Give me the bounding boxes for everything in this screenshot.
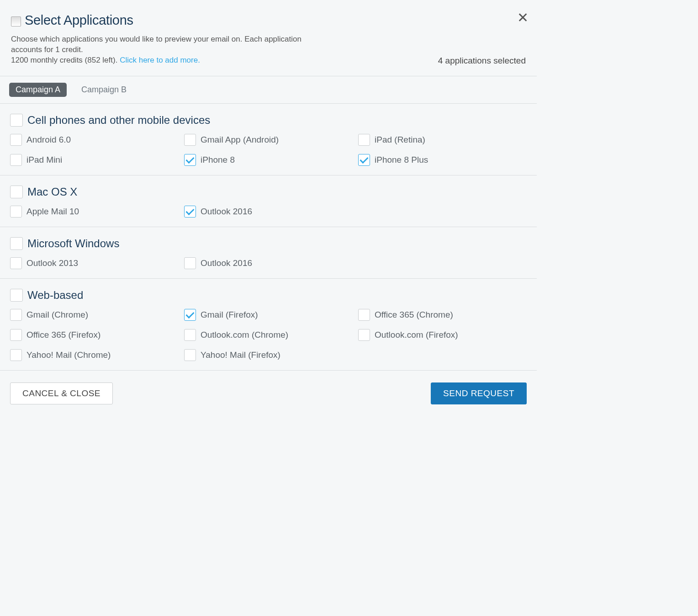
application-item: Outlook 2016 [184,257,353,269]
group-header: Microsoft Windows [10,237,527,250]
application-item: Gmail App (Android) [184,134,353,146]
application-item: iPad (Retina) [358,134,527,146]
tab-campaign-b[interactable]: Campaign B [75,83,133,97]
group-header: Cell phones and other mobile devices [10,114,527,127]
application-checkbox[interactable] [358,309,370,321]
group-items: Apple Mail 10Outlook 2016 [10,206,527,218]
group-title: Microsoft Windows [27,238,119,249]
application-label: iPad Mini [26,155,62,165]
applications-icon [11,16,21,27]
application-checkbox[interactable] [10,309,22,321]
tab-campaign-a[interactable]: Campaign A [9,83,67,97]
application-item: iPhone 8 [184,154,353,166]
modal-header: ✕ Select Applications Choose which appli… [0,0,537,76]
title-row: Select Applications [11,13,526,28]
group-checkbox[interactable] [10,237,23,250]
application-groups: Cell phones and other mobile devicesAndr… [0,104,537,371]
group-header: Web-based [10,289,527,302]
application-item: Office 365 (Chrome) [358,309,527,321]
application-checkbox[interactable] [184,309,196,321]
application-checkbox[interactable] [10,257,22,269]
application-item: iPhone 8 Plus [358,154,527,166]
add-more-link[interactable]: Click here to add more. [120,56,200,64]
application-item: Outlook 2016 [184,206,353,218]
modal-title: Select Applications [25,13,133,28]
application-label: Apple Mail 10 [26,207,79,217]
modal-footer: CANCEL & CLOSE SEND REQUEST [0,371,537,416]
group-checkbox[interactable] [10,114,23,127]
campaign-tabs: Campaign ACampaign B [0,76,537,104]
application-checkbox[interactable] [10,349,22,361]
application-label: Outlook.com (Chrome) [201,330,288,340]
application-label: iPhone 8 Plus [375,155,428,165]
application-label: Outlook.com (Firefox) [375,330,458,340]
close-icon[interactable]: ✕ [517,11,529,25]
application-label: Outlook 2013 [26,258,78,268]
application-checkbox[interactable] [184,349,196,361]
application-checkbox[interactable] [184,257,196,269]
application-item: Outlook 2013 [10,257,179,269]
application-label: Yahoo! Mail (Chrome) [26,350,111,360]
application-checkbox[interactable] [10,154,22,166]
application-label: Android 6.0 [26,135,71,145]
credits-text: 1200 monthly credits (852 left). [11,56,120,64]
selected-count: 4 applications selected [438,56,526,66]
application-checkbox[interactable] [358,134,370,146]
send-request-button[interactable]: SEND REQUEST [431,382,527,404]
group-checkbox[interactable] [10,186,23,198]
application-item: iPad Mini [10,154,179,166]
select-applications-modal: ✕ Select Applications Choose which appli… [0,0,537,416]
group: Microsoft WindowsOutlook 2013Outlook 201… [0,227,537,279]
group: Web-basedGmail (Chrome)Gmail (Firefox)Of… [0,279,537,371]
application-checkbox[interactable] [184,206,196,218]
application-item: Gmail (Chrome) [10,309,179,321]
application-checkbox[interactable] [358,154,370,166]
application-item: Yahoo! Mail (Chrome) [10,349,179,361]
group-checkbox[interactable] [10,289,23,302]
group-title: Cell phones and other mobile devices [27,115,210,126]
modal-description: Choose which applications you would like… [11,34,322,66]
application-label: Gmail App (Android) [201,135,279,145]
group-header: Mac OS X [10,186,527,198]
application-item: Apple Mail 10 [10,206,179,218]
application-checkbox[interactable] [358,329,370,341]
application-label: Gmail (Firefox) [201,310,258,320]
application-checkbox[interactable] [10,329,22,341]
application-label: Outlook 2016 [201,207,252,217]
description-line-1: Choose which applications you would like… [11,35,301,54]
application-item: Office 365 (Firefox) [10,329,179,341]
application-checkbox[interactable] [184,154,196,166]
application-item: Outlook.com (Firefox) [358,329,527,341]
group-items: Outlook 2013Outlook 2016 [10,257,527,269]
application-label: iPhone 8 [201,155,235,165]
application-checkbox[interactable] [184,134,196,146]
application-checkbox[interactable] [10,134,22,146]
group: Cell phones and other mobile devicesAndr… [0,104,537,175]
application-item: Yahoo! Mail (Firefox) [184,349,353,361]
application-item: Android 6.0 [10,134,179,146]
group-title: Web-based [27,290,83,301]
application-label: Office 365 (Firefox) [26,330,100,340]
application-item: Gmail (Firefox) [184,309,353,321]
application-checkbox[interactable] [10,206,22,218]
group: Mac OS XApple Mail 10Outlook 2016 [0,175,537,227]
application-checkbox[interactable] [184,329,196,341]
application-label: Gmail (Chrome) [26,310,88,320]
group-items: Android 6.0Gmail App (Android)iPad (Reti… [10,134,527,166]
application-label: Outlook 2016 [201,258,252,268]
application-item: Outlook.com (Chrome) [184,329,353,341]
application-label: Office 365 (Chrome) [375,310,453,320]
group-title: Mac OS X [27,186,77,197]
application-label: iPad (Retina) [375,135,425,145]
group-items: Gmail (Chrome)Gmail (Firefox)Office 365 … [10,309,527,361]
cancel-button[interactable]: CANCEL & CLOSE [10,382,113,404]
application-label: Yahoo! Mail (Firefox) [201,350,280,360]
subtitle-row: Choose which applications you would like… [11,34,526,66]
